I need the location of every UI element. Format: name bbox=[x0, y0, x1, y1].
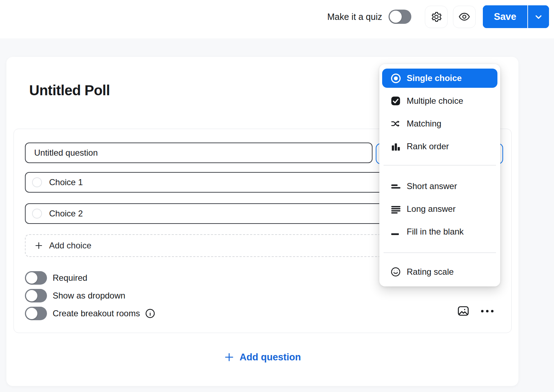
top-toolbar: Make it a quiz Save bbox=[0, 0, 554, 38]
menu-item-multiple-choice[interactable]: Multiple choice bbox=[382, 91, 497, 111]
shuffle-icon bbox=[390, 118, 401, 129]
show-as-dropdown-label: Show as dropdown bbox=[53, 291, 125, 301]
eye-icon bbox=[458, 11, 470, 23]
menu-divider bbox=[384, 165, 496, 166]
preview-button[interactable] bbox=[453, 6, 476, 28]
menu-item-fill-in-the-blank[interactable]: Fill in the blank bbox=[382, 222, 497, 241]
add-question-button[interactable]: Add question bbox=[6, 349, 518, 365]
plus-icon bbox=[34, 241, 43, 250]
breakout-toggle-row: Create breakout rooms bbox=[25, 306, 155, 321]
create-breakout-rooms-toggle[interactable] bbox=[25, 307, 47, 320]
save-options-button[interactable] bbox=[528, 5, 549, 28]
menu-item-matching[interactable]: Matching bbox=[382, 114, 497, 133]
info-icon[interactable] bbox=[145, 308, 155, 318]
add-question-label: Add question bbox=[239, 352, 301, 363]
make-it-a-quiz-label: Make it a quiz bbox=[327, 12, 382, 22]
dropdown-toggle-row: Show as dropdown bbox=[25, 289, 125, 303]
bar-chart-icon bbox=[390, 141, 401, 152]
question-text-input[interactable] bbox=[25, 143, 373, 163]
menu-item-short-answer[interactable]: Short answer bbox=[382, 177, 497, 196]
image-icon bbox=[457, 305, 470, 317]
plus-icon bbox=[224, 352, 234, 363]
poll-title[interactable]: Untitled Poll bbox=[29, 82, 110, 98]
menu-item-long-answer[interactable]: Long answer bbox=[382, 199, 497, 219]
underscore-icon bbox=[390, 226, 401, 237]
required-label: Required bbox=[53, 273, 87, 283]
menu-item-single-choice[interactable]: Single choice bbox=[382, 69, 497, 88]
toggle-knob bbox=[26, 290, 37, 301]
show-as-dropdown-toggle[interactable] bbox=[25, 289, 47, 302]
add-choice-label: Add choice bbox=[49, 241, 91, 251]
radio-icon bbox=[32, 209, 42, 219]
toggle-knob bbox=[26, 308, 37, 319]
menu-item-rank-order[interactable]: Rank order bbox=[382, 137, 497, 156]
question-more-options-button[interactable] bbox=[481, 307, 494, 315]
settings-button[interactable] bbox=[425, 6, 448, 28]
menu-item-rating-scale[interactable]: Rating scale bbox=[382, 262, 497, 281]
save-button[interactable]: Save bbox=[483, 5, 527, 28]
gear-icon bbox=[431, 11, 442, 23]
create-breakout-rooms-label: Create breakout rooms bbox=[53, 308, 140, 318]
question-type-menu: Single choice Multiple choice Matching bbox=[379, 64, 500, 286]
long-lines-icon bbox=[390, 203, 401, 215]
toggle-knob bbox=[26, 272, 37, 284]
radio-icon bbox=[32, 177, 42, 187]
required-toggle[interactable] bbox=[25, 271, 47, 285]
ellipsis-icon bbox=[481, 310, 494, 312]
make-it-a-quiz-toggle[interactable] bbox=[389, 10, 411, 24]
menu-divider bbox=[384, 252, 496, 253]
checkbox-icon bbox=[390, 95, 401, 107]
toggle-knob bbox=[390, 11, 402, 23]
smiley-icon bbox=[390, 266, 401, 278]
radio-selected-icon bbox=[390, 73, 401, 84]
add-image-button[interactable] bbox=[456, 304, 470, 318]
toolbar-actions: Make it a quiz Save bbox=[327, 0, 549, 33]
save-split-button: Save bbox=[483, 5, 549, 28]
required-toggle-row: Required bbox=[25, 271, 87, 285]
chevron-down-icon bbox=[534, 12, 543, 22]
short-lines-icon bbox=[390, 181, 401, 192]
